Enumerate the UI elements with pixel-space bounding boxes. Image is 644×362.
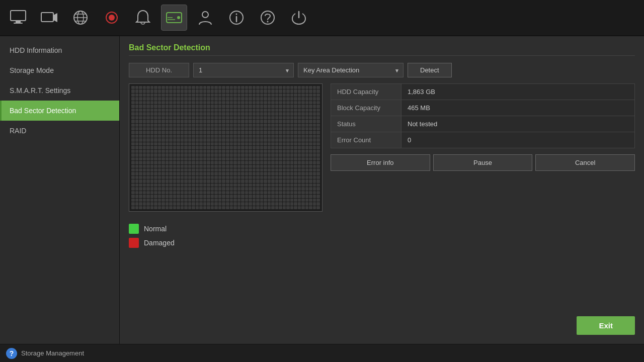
monitor-icon[interactable]	[5, 5, 31, 31]
camera-icon[interactable]	[36, 5, 62, 31]
grid-cell	[233, 112, 237, 115]
grid-cell	[230, 116, 233, 119]
grid-cell	[218, 131, 222, 134]
grid-cell	[271, 165, 275, 168]
grid-cell	[211, 195, 214, 198]
grid-cell	[131, 184, 135, 187]
user-icon[interactable]	[192, 5, 218, 31]
grid-cell	[260, 179, 264, 183]
hdd-row: HDD No. 1 2 ▼ Key Area Detection Full De…	[129, 63, 635, 77]
grid-cell	[275, 187, 279, 190]
grid-cell	[294, 131, 297, 134]
grid-cell	[203, 97, 207, 100]
grid-cell	[181, 184, 184, 187]
grid-cell	[214, 206, 218, 209]
grid-cell	[253, 142, 256, 145]
info-icon[interactable]	[223, 5, 250, 31]
exit-button[interactable]: Exit	[577, 316, 635, 335]
grid-cell	[286, 184, 290, 187]
power-icon[interactable]	[286, 5, 312, 31]
grid-cell	[188, 161, 192, 164]
grid-cell	[139, 120, 142, 123]
grid-cell	[249, 101, 252, 104]
grid-cell	[222, 94, 225, 97]
grid-cell	[301, 116, 305, 119]
record-icon[interactable]	[99, 5, 125, 31]
grid-cell	[305, 176, 309, 179]
svg-marker-4	[53, 13, 57, 22]
grid-cell	[309, 202, 312, 205]
hdd-no-select[interactable]: 1 2	[193, 63, 294, 77]
grid-cell	[283, 165, 286, 168]
grid-cell	[245, 94, 249, 97]
grid-cell	[268, 142, 271, 145]
grid-cell	[188, 94, 192, 97]
grid-cell	[286, 101, 290, 104]
sidebar-item-smart-settings[interactable]: S.M.A.R.T. Settings	[0, 80, 119, 101]
grid-cell	[305, 172, 309, 175]
grid-cell	[177, 179, 180, 183]
help-icon[interactable]	[255, 5, 281, 31]
sidebar-item-hdd-information[interactable]: HDD Information	[0, 40, 119, 60]
grid-cell	[253, 165, 256, 168]
grid-cell	[294, 94, 297, 97]
network-icon[interactable]	[67, 5, 94, 31]
grid-cell	[177, 191, 180, 194]
grid-cell	[184, 86, 188, 89]
grid-cell	[196, 135, 199, 138]
two-col-section: HDD Capacity 1,863 GB Block Capacity 465…	[129, 83, 635, 212]
cancel-button[interactable]: Cancel	[535, 154, 635, 171]
grid-cell	[131, 131, 135, 134]
grid-cell	[233, 131, 237, 134]
grid-cell	[143, 101, 146, 104]
grid-cell	[222, 150, 225, 153]
grid-cell	[207, 138, 210, 141]
grid-cell	[301, 161, 305, 164]
grid-cell	[245, 202, 249, 205]
grid-cell	[166, 187, 169, 190]
grid-cell	[286, 176, 290, 179]
grid-cell	[177, 135, 180, 138]
grid-cell	[143, 86, 146, 89]
grid-cell	[260, 109, 264, 112]
grid-cell	[309, 191, 312, 194]
grid-cell	[181, 86, 184, 89]
grid-cell	[203, 105, 207, 108]
grid-cell	[279, 206, 282, 209]
grid-cell	[222, 127, 225, 130]
grid-cell	[226, 165, 229, 168]
grid-cell	[283, 191, 286, 194]
grid-cell	[207, 94, 210, 97]
grid-cell	[203, 120, 207, 123]
detection-type-select[interactable]: Key Area Detection Full Detection	[298, 63, 404, 77]
grid-cell	[181, 187, 184, 190]
grid-cell	[249, 168, 252, 171]
grid-cell	[294, 97, 297, 100]
pause-button[interactable]: Pause	[433, 154, 533, 171]
main-layout: HDD Information Storage Mode S.M.A.R.T. …	[0, 36, 644, 344]
grid-cell	[260, 176, 264, 179]
grid-cell	[218, 142, 222, 145]
grid-cell	[316, 124, 320, 127]
grid-cell	[298, 142, 301, 145]
grid-cell	[192, 86, 195, 89]
hdd-icon[interactable]	[161, 5, 187, 31]
grid-cell	[301, 146, 305, 149]
grid-cell	[166, 195, 169, 198]
sidebar-item-bad-sector-detection[interactable]: Bad Sector Detection	[0, 101, 119, 121]
alarm-icon[interactable]	[130, 5, 156, 31]
grid-cell	[294, 112, 297, 115]
grid-cell	[226, 116, 229, 119]
grid-cell	[146, 109, 150, 112]
detect-button[interactable]: Detect	[408, 63, 452, 77]
grid-cell	[283, 142, 286, 145]
sidebar-item-storage-mode[interactable]: Storage Mode	[0, 60, 119, 80]
grid-cell	[154, 142, 157, 145]
grid-cell	[196, 187, 199, 190]
grid-cell	[211, 120, 214, 123]
error-info-button[interactable]: Error info	[331, 154, 430, 171]
sidebar-item-raid[interactable]: RAID	[0, 121, 119, 141]
grid-cell	[184, 101, 188, 104]
grid-cell	[271, 116, 275, 119]
grid-cell	[226, 105, 229, 108]
